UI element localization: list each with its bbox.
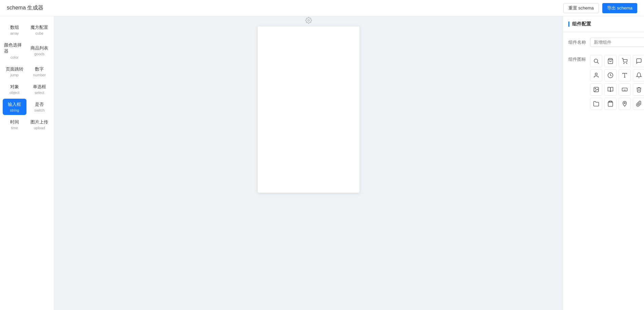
sidebar-item-label: 颜色选择器: [4, 42, 25, 54]
reset-schema-button[interactable]: 重置 schema: [563, 3, 599, 13]
attachment-icon[interactable]: [633, 98, 644, 110]
sidebar-item-label: 是否: [35, 101, 44, 108]
user-icon[interactable]: [590, 69, 602, 81]
header: schema 生成器 重置 schema 导出 schema: [0, 0, 644, 16]
component-name-input[interactable]: [590, 38, 644, 47]
sidebar-item-type: jump: [11, 73, 19, 77]
phone-frame: [258, 26, 359, 193]
component-icon-label: 组件图标: [568, 54, 590, 62]
svg-point-12: [595, 73, 597, 75]
message-icon[interactable]: [633, 55, 644, 67]
svg-point-1: [594, 59, 598, 63]
sidebar-item-type: goods: [34, 52, 44, 56]
component-name-label: 组件名称: [568, 39, 590, 45]
panel-body: 组件名称 组件图标: [563, 32, 644, 121]
svg-line-2: [597, 62, 599, 63]
sidebar-item-label: 时间: [10, 119, 19, 125]
sidebar-item-label: 魔方配置: [31, 24, 48, 31]
location-icon[interactable]: [619, 98, 631, 110]
keyboard-icon[interactable]: [619, 83, 631, 96]
svg-point-4: [624, 63, 624, 64]
svg-point-5: [626, 63, 627, 64]
panel-title: 组件配置: [572, 21, 591, 27]
svg-point-18: [595, 88, 596, 89]
panel-header-bar: [568, 21, 569, 27]
sidebar-item-string[interactable]: 输入框 string: [3, 99, 26, 115]
sidebar-item-type: array: [10, 31, 19, 35]
sidebar-item-type: select: [35, 91, 44, 95]
sidebar-item-type: cube: [35, 31, 43, 35]
component-icon-row: 组件图标: [568, 54, 639, 110]
gear-icon: [305, 17, 312, 24]
sidebar-item-label: 输入框: [8, 101, 21, 108]
sidebar-item-label: 数组: [10, 24, 19, 31]
sidebar-item-type: object: [9, 91, 19, 95]
component-name-row: 组件名称: [568, 38, 639, 47]
sidebar: 数组 array 魔方配置 cube 颜色选择器 color 商品列表 good…: [0, 16, 54, 310]
sidebar-item-type: number: [33, 73, 46, 77]
folder-icon[interactable]: [590, 98, 602, 110]
book-icon[interactable]: [604, 83, 617, 96]
sidebar-item-goods[interactable]: 商品列表 goods: [28, 39, 52, 62]
right-panel: 组件配置 组件名称 组件图标: [563, 16, 644, 310]
panel-header: 组件配置: [563, 16, 644, 32]
image-icon[interactable]: [590, 83, 602, 96]
export-schema-button[interactable]: 导出 schema: [602, 3, 637, 13]
sidebar-item-label: 图片上传: [31, 119, 48, 125]
sidebar-item-type: time: [11, 126, 18, 130]
sidebar-item-cube[interactable]: 魔方配置 cube: [28, 22, 52, 38]
sidebar-item-array[interactable]: 数组 array: [3, 22, 26, 38]
sidebar-item-number[interactable]: 数字 number: [28, 63, 52, 80]
sidebar-item-select[interactable]: 单选框 select: [28, 81, 52, 97]
clock-icon[interactable]: [604, 69, 617, 81]
cart-icon[interactable]: [619, 55, 631, 67]
sidebar-item-type: upload: [34, 126, 45, 130]
sidebar-item-type: switch: [34, 108, 45, 112]
sidebar-item-time[interactable]: 时间 time: [3, 116, 26, 133]
sidebar-item-label: 页面跳转: [6, 66, 23, 72]
sidebar-item-color[interactable]: 颜色选择器 color: [3, 39, 26, 62]
bag-icon[interactable]: [604, 55, 617, 67]
delete-icon[interactable]: [633, 83, 644, 96]
search-icon[interactable]: [590, 55, 602, 67]
sidebar-item-label: 商品列表: [31, 45, 48, 51]
text-icon[interactable]: [619, 69, 631, 81]
sidebar-item-label: 单选框: [33, 84, 46, 90]
main-layout: 数组 array 魔方配置 cube 颜色选择器 color 商品列表 good…: [0, 16, 644, 310]
canvas-settings-button[interactable]: [304, 16, 313, 25]
bell-icon[interactable]: [633, 69, 644, 81]
sidebar-item-label: 数字: [35, 66, 44, 72]
sidebar-item-switch[interactable]: 是否 switch: [28, 99, 52, 115]
app-title: schema 生成器: [7, 4, 43, 12]
canvas-area: [54, 16, 563, 310]
svg-rect-19: [622, 88, 627, 91]
icon-grid: [590, 55, 644, 110]
sidebar-item-jump[interactable]: 页面跳转 jump: [3, 63, 26, 80]
svg-point-29: [624, 102, 625, 104]
sidebar-item-object[interactable]: 对象 object: [3, 81, 26, 97]
header-actions: 重置 schema 导出 schema: [563, 3, 637, 13]
sidebar-item-upload[interactable]: 图片上传 upload: [28, 116, 52, 133]
sidebar-item-type: string: [10, 108, 19, 112]
sidebar-item-label: 对象: [10, 84, 19, 90]
svg-point-0: [308, 20, 309, 21]
basket-icon[interactable]: [604, 98, 617, 110]
sidebar-item-type: color: [11, 55, 19, 59]
